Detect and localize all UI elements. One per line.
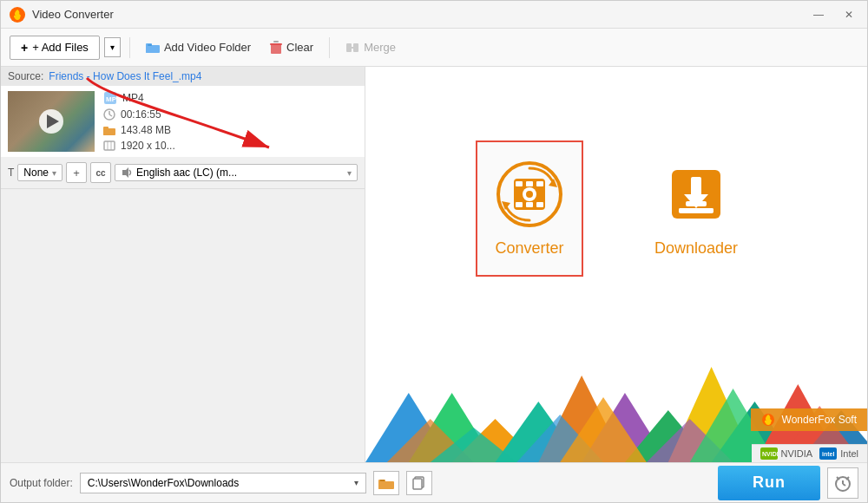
file-item: Source: Friends - How Does It Feel_.mp4	[1, 67, 365, 190]
merge-icon	[345, 42, 359, 54]
cc-icon: cc	[95, 168, 105, 178]
svg-rect-65	[380, 480, 385, 481]
downloader-icon	[661, 160, 731, 229]
subtitle-type-label: T	[8, 167, 14, 179]
app-title: Video Converter	[32, 8, 114, 21]
controls-row: T None ▾ + cc English aac (LC)	[1, 157, 365, 189]
svg-line-70	[843, 484, 845, 486]
plus-icon: +	[21, 41, 28, 55]
output-path-value: C:\Users\WonderFox\Downloads	[88, 477, 240, 489]
intel-badge: intel Intel	[819, 447, 858, 460]
svg-text:NVIDIA: NVIDIA	[762, 451, 778, 457]
converter-svg	[495, 160, 564, 229]
svg-rect-24	[526, 181, 533, 186]
run-button[interactable]: Run	[718, 466, 820, 500]
cc-button[interactable]: cc	[90, 162, 111, 183]
main-content: Source: Friends - How Does It Feel_.mp4	[1, 67, 867, 462]
svg-rect-5	[270, 43, 282, 45]
title-bar: Video Converter — ✕	[1, 1, 867, 29]
wonderfox-icon	[761, 413, 775, 427]
clear-label: Clear	[286, 41, 313, 54]
toolbar-divider-2	[329, 37, 330, 58]
size-value: 143.48 MB	[121, 124, 171, 136]
play-button[interactable]	[39, 109, 63, 134]
svg-rect-25	[536, 181, 543, 186]
svg-rect-9	[351, 47, 354, 49]
clock-icon	[103, 108, 115, 121]
svg-rect-26	[516, 202, 523, 207]
converter-label: Converter	[495, 239, 563, 258]
subtitle-select[interactable]: None ▾	[17, 164, 62, 181]
downloader-label: Downloader	[654, 239, 738, 258]
audio-select[interactable]: English aac (LC) (m... ▾	[115, 164, 358, 181]
nvidia-badge: NVIDIA NVIDIA	[760, 447, 813, 460]
title-bar-left: Video Converter	[10, 7, 114, 23]
audio-dropdown-arrow: ▾	[347, 168, 352, 178]
svg-rect-39	[679, 208, 713, 212]
clear-button[interactable]: Clear	[263, 36, 320, 59]
output-path-input[interactable]: C:\Users\WonderFox\Downloads ▾	[80, 473, 367, 493]
intel-label: Intel	[840, 448, 858, 459]
subtitle-value: None	[23, 167, 49, 179]
resolution-row: 1920 x 10...	[103, 138, 358, 154]
duration-row: 00:16:55	[103, 107, 358, 122]
wonderfox-branding: WonderFox Soft	[751, 408, 867, 431]
file-info: MP4 MP4 00:16:55	[103, 89, 358, 154]
add-files-button[interactable]: + + Add Files	[10, 36, 100, 60]
svg-rect-3	[148, 44, 152, 46]
svg-rect-28	[536, 202, 543, 207]
svg-line-14	[109, 114, 112, 116]
alarm-icon	[833, 474, 852, 493]
add-video-folder-button[interactable]: Add Video Folder	[139, 36, 258, 58]
browse-folder-button[interactable]	[373, 471, 399, 495]
converter-icon	[495, 160, 564, 229]
minimize-button[interactable]: —	[808, 7, 829, 23]
svg-rect-64	[378, 481, 394, 489]
wonderfox-label: WonderFox Soft	[782, 414, 857, 426]
tech-branding: NVIDIA NVIDIA intel Intel	[752, 444, 867, 462]
copy-icon	[412, 476, 426, 490]
add-files-dropdown[interactable]: ▾	[104, 37, 121, 57]
audio-track-value: English aac (LC) (m...	[136, 167, 237, 179]
nvidia-label: NVIDIA	[781, 448, 813, 459]
close-button[interactable]: ✕	[839, 7, 858, 23]
format-value: MP4	[122, 92, 144, 104]
file-thumbnail[interactable]	[8, 91, 95, 152]
downloader-svg	[661, 160, 731, 229]
svg-rect-2	[146, 45, 160, 53]
play-icon	[47, 114, 59, 128]
add-files-label: + Add Files	[32, 41, 89, 54]
merge-button[interactable]: Merge	[339, 36, 403, 58]
folder-icon	[146, 42, 160, 54]
alarm-button[interactable]	[827, 467, 858, 499]
svg-rect-16	[103, 128, 115, 135]
toolbar-divider-1	[129, 37, 130, 58]
clear-icon	[270, 41, 282, 55]
right-panel: Converter	[365, 67, 867, 462]
triangles-section: WonderFox Soft NVIDIA NVIDIA	[365, 349, 867, 462]
size-row: 143.48 MB	[103, 122, 358, 138]
file-header: Source: Friends - How Does It Feel_.mp4	[1, 67, 365, 86]
merge-label: Merge	[364, 41, 396, 54]
converter-card[interactable]: Converter	[476, 140, 583, 277]
app-window: Video Converter — ✕ + + Add Files ▾ Add …	[0, 0, 868, 503]
downloader-card[interactable]: Downloader	[635, 140, 757, 277]
intel-icon: intel	[819, 447, 837, 460]
source-filename: Friends - How Does It Feel_.mp4	[49, 70, 201, 82]
resolution-icon	[103, 140, 115, 152]
svg-marker-20	[122, 167, 128, 178]
audio-icon	[121, 167, 133, 179]
svg-point-30	[526, 191, 533, 198]
title-bar-controls: — ✕	[808, 7, 858, 23]
toolbar: + + Add Files ▾ Add Video Folder Clear	[1, 29, 867, 67]
copy-path-button[interactable]	[406, 471, 432, 495]
open-folder-icon	[378, 477, 394, 489]
svg-text:MP4: MP4	[106, 95, 117, 103]
svg-rect-6	[273, 41, 279, 42]
output-folder-label: Output folder:	[10, 477, 73, 489]
welcome-section: Converter	[365, 67, 867, 349]
svg-rect-23	[516, 181, 523, 186]
empty-file-area	[1, 190, 365, 462]
add-video-folder-label: Add Video Folder	[164, 41, 251, 54]
add-subtitle-button[interactable]: +	[66, 162, 87, 183]
